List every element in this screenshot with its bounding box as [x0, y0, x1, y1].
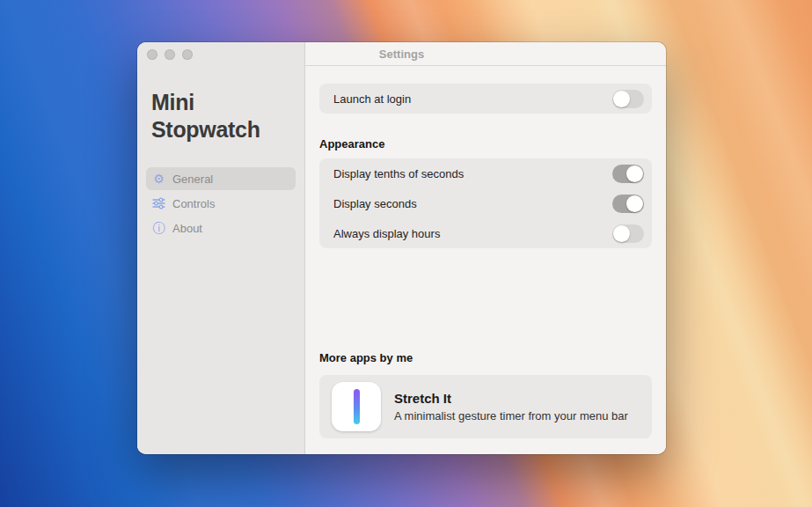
appearance-header: Appearance — [319, 137, 652, 151]
gear-icon: ⚙ — [151, 173, 166, 185]
app-title-line1: Mini — [151, 89, 290, 116]
display-seconds-toggle[interactable] — [612, 195, 644, 213]
launch-at-login-label: Launch at login — [333, 92, 411, 106]
stretch-it-card[interactable]: Stretch It A minimalist gesture timer fr… — [319, 375, 652, 438]
stretch-it-app-icon — [332, 382, 381, 431]
traffic-lights — [147, 49, 193, 60]
appearance-group: Display tenths of seconds Display second… — [319, 158, 652, 248]
toggle-knob — [626, 165, 643, 182]
launch-at-login-row: Launch at login — [319, 84, 652, 114]
zoom-button[interactable] — [182, 49, 193, 60]
sidebar-item-about[interactable]: ⓘ About — [146, 217, 296, 239]
app-title-line2: Stopwatch — [151, 116, 290, 143]
app-title: Mini Stopwatch — [151, 89, 290, 143]
display-tenths-label: Display tenths of seconds — [333, 167, 464, 180]
sidebar-item-label: General — [172, 173, 213, 186]
sidebar-item-general[interactable]: ⚙ General — [146, 167, 296, 190]
stretch-it-description: A minimalist gesture timer from your men… — [394, 409, 628, 422]
always-display-hours-row: Always display hours — [319, 218, 652, 248]
sidebar-nav: ⚙ General — [137, 167, 304, 239]
content-pane: Launch at login Appearance Display tenth… — [305, 42, 666, 454]
more-apps-header: More apps by me — [319, 351, 652, 364]
stretch-it-name: Stretch It — [394, 391, 628, 406]
sidebar-item-label: Controls — [172, 197, 215, 210]
display-tenths-row: Display tenths of seconds — [319, 158, 652, 188]
settings-window: Settings Mini Stopwatch ⚙ General — [137, 42, 666, 454]
launch-at-login-toggle[interactable] — [612, 90, 644, 108]
sliders-icon — [151, 197, 166, 209]
close-button[interactable] — [147, 49, 157, 60]
content-titlebar — [305, 42, 666, 66]
display-tenths-toggle[interactable] — [612, 165, 644, 183]
sidebar: Mini Stopwatch ⚙ General — [137, 42, 305, 454]
gradient-bar-icon — [354, 389, 360, 424]
display-seconds-label: Display seconds — [333, 197, 417, 210]
info-icon: ⓘ — [151, 222, 166, 234]
sidebar-item-controls[interactable]: Controls — [146, 192, 296, 215]
sidebar-item-label: About — [172, 222, 202, 235]
toggle-knob — [613, 225, 630, 242]
always-display-hours-label: Always display hours — [333, 227, 440, 240]
always-display-hours-toggle[interactable] — [612, 224, 644, 243]
minimize-button[interactable] — [165, 49, 175, 60]
toggle-knob — [613, 91, 630, 107]
desktop-wallpaper: Settings Mini Stopwatch ⚙ General — [0, 0, 812, 507]
toggle-knob — [626, 195, 643, 212]
display-seconds-row: Display seconds — [319, 188, 652, 218]
